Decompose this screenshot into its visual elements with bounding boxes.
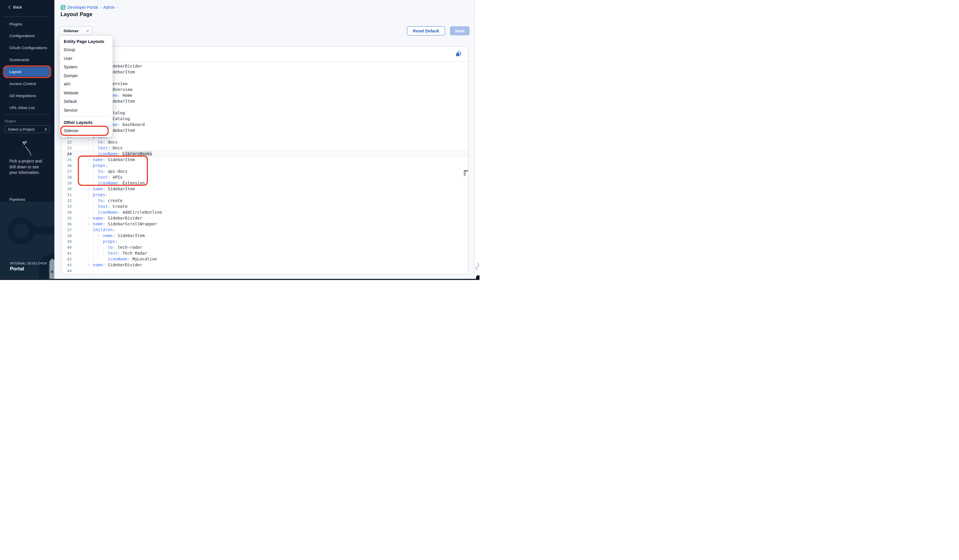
- code-line[interactable]: 44: [62, 268, 468, 274]
- code-line[interactable]: 14 iconName: Home: [62, 92, 468, 98]
- code-line[interactable]: 11 props:: [62, 75, 468, 81]
- code-text: text: Tech Radar: [88, 251, 147, 255]
- code-line[interactable]: 16 props:: [62, 104, 468, 110]
- back-button[interactable]: Back: [8, 5, 22, 10]
- line-number: 40: [62, 245, 72, 250]
- code-line[interactable]: 21 props:: [62, 133, 468, 139]
- code-line[interactable]: 32 to: create: [62, 197, 468, 204]
- code-text: - name: SidebarDivider: [88, 216, 142, 220]
- code-text: text: Docs: [88, 146, 123, 150]
- editor-scrollbar-thumb[interactable]: [464, 172, 466, 176]
- line-number: 28: [62, 175, 72, 180]
- code-line[interactable]: 22 to: docs: [62, 139, 468, 145]
- line-number: 37: [62, 228, 72, 232]
- line-number: 26: [62, 163, 72, 168]
- code-line[interactable]: 15- name: SidebarItem: [62, 98, 468, 104]
- code-text: props:: [88, 239, 118, 244]
- sidebar-item-oauth-configurations[interactable]: OAuth Configurations: [5, 43, 50, 52]
- sidebar-item-scorecards[interactable]: Scorecards: [5, 55, 50, 65]
- line-number: 32: [62, 199, 72, 203]
- sidebar-item-access-control[interactable]: Access Control: [5, 79, 50, 89]
- line-number: 33: [62, 204, 72, 209]
- reset-default-button[interactable]: Reset Default: [407, 26, 445, 35]
- breadcrumb-separator: ›: [117, 5, 118, 10]
- code-text: children:: [88, 228, 115, 232]
- dropdown-item-user[interactable]: User: [60, 54, 113, 63]
- page-title: Layout Page: [61, 11, 92, 18]
- chevron-right-icon: [45, 128, 47, 131]
- breadcrumb-app-link[interactable]: Developer Portal: [67, 5, 98, 10]
- developer-portal-logo-icon: [61, 5, 65, 10]
- line-number: 34: [62, 210, 72, 215]
- code-line[interactable]: 33 text: Create: [62, 204, 468, 209]
- code-line[interactable]: 38 - name: SidebarItem: [62, 233, 468, 239]
- code-line[interactable]: 23 text: Docs: [62, 145, 468, 151]
- brand-title: Portal: [10, 266, 24, 272]
- code-line[interactable]: 41 text: Tech Radar: [62, 250, 468, 256]
- code-line[interactable]: 40 to: tech-radar: [62, 244, 468, 250]
- hand-drawn-arrow-icon: [17, 139, 35, 157]
- dropdown-item-api[interactable]: API: [60, 80, 113, 89]
- sidebar-item-git-integrations[interactable]: Git Integrations: [5, 91, 50, 100]
- dropdown-item-system[interactable]: System: [60, 63, 113, 72]
- layout-type-select-value: Sidenav: [64, 29, 79, 33]
- dropdown-item-domain[interactable]: Domain: [60, 72, 113, 80]
- sidebar-item-plugins[interactable]: Plugins: [5, 19, 50, 29]
- editor-scroll-marker: [464, 170, 468, 171]
- code-line[interactable]: 17 to: catalog: [62, 110, 468, 116]
- code-line[interactable]: 13 text: Overview: [62, 86, 468, 92]
- sidebar-divider: [5, 16, 50, 17]
- code-line[interactable]: 36- name: SidebarScrollWrapper: [62, 221, 468, 227]
- code-line[interactable]: 12 to: overview: [62, 81, 468, 86]
- line-number: 25: [62, 158, 72, 162]
- breadcrumb-section-link[interactable]: Admin: [103, 5, 115, 10]
- code-line[interactable]: 10- name: SidebarItem: [62, 69, 468, 75]
- project-select[interactable]: Select a Project: [5, 126, 50, 133]
- code-text: iconName: MyLocation: [88, 257, 157, 261]
- sidebar-item-layout[interactable]: Layout: [5, 67, 50, 76]
- layout-type-select[interactable]: Sidenav: [60, 26, 92, 35]
- code-line[interactable]: 18 text: Catalog: [62, 116, 468, 122]
- code-line[interactable]: 30- name: SidebarItem: [62, 186, 468, 192]
- code-text: to: docs: [88, 140, 118, 145]
- code-line[interactable]: 37 children:: [62, 227, 468, 233]
- sidebar-item-url-allow-list[interactable]: URL Allow List: [5, 103, 50, 113]
- code-line[interactable]: 19 iconName: Dashboard: [62, 122, 468, 127]
- code-text: - name: SidebarItem: [88, 233, 145, 238]
- line-number: 30: [62, 187, 72, 191]
- line-number: 22: [62, 140, 72, 145]
- dropdown-group-header: Other Layouts: [60, 118, 113, 127]
- code-line[interactable]: 9- name: SidebarDivider: [62, 63, 468, 69]
- save-button[interactable]: Save: [450, 26, 470, 35]
- line-number: 39: [62, 239, 72, 244]
- code-line[interactable]: 42 iconName: MyLocation: [62, 256, 468, 262]
- copy-icon[interactable]: [455, 51, 462, 57]
- project-hint-text: Pick a project and drill down to see you…: [10, 158, 47, 176]
- line-number: 24: [62, 152, 72, 156]
- page-scrollbar-gutter[interactable]: [475, 0, 480, 280]
- dropdown-item-default[interactable]: Default: [60, 97, 113, 106]
- line-number: 36: [62, 222, 72, 226]
- code-line[interactable]: 34 iconName: AddCircleOutline: [62, 209, 468, 215]
- code-text: - name: SidebarDivider: [88, 262, 142, 267]
- dropdown-item-website[interactable]: Website: [60, 89, 113, 98]
- screen-bottom-edge: [0, 279, 480, 280]
- project-select-label: Select a Project: [8, 127, 35, 132]
- code-text: - name: SidebarItem: [88, 186, 135, 191]
- dropdown-item-sidenav[interactable]: Sidenav: [60, 127, 113, 135]
- code-line[interactable]: 39 props:: [62, 239, 468, 244]
- dropdown-divider: [64, 116, 108, 117]
- code-line[interactable]: 31 props:: [62, 192, 468, 197]
- dropdown-item-service[interactable]: Service: [60, 106, 113, 115]
- code-line[interactable]: 20- name: SidebarItem: [62, 127, 468, 133]
- chevron-down-icon: [86, 30, 89, 32]
- code-line[interactable]: 35- name: SidebarDivider: [62, 215, 468, 221]
- sidebar-item-configurations[interactable]: Configurations: [5, 31, 50, 41]
- sidebar-collapse-widget[interactable]: [49, 258, 54, 280]
- dropdown-item-group[interactable]: Group: [60, 46, 113, 54]
- code-line[interactable]: 43- name: SidebarDivider: [62, 262, 468, 268]
- sidebar-divider: [5, 115, 50, 115]
- code-text: to: tech-radar: [88, 245, 142, 250]
- line-number: 31: [62, 192, 72, 197]
- admin-sidebar: Back PluginsConfigurationsOAuth Configur…: [0, 0, 54, 280]
